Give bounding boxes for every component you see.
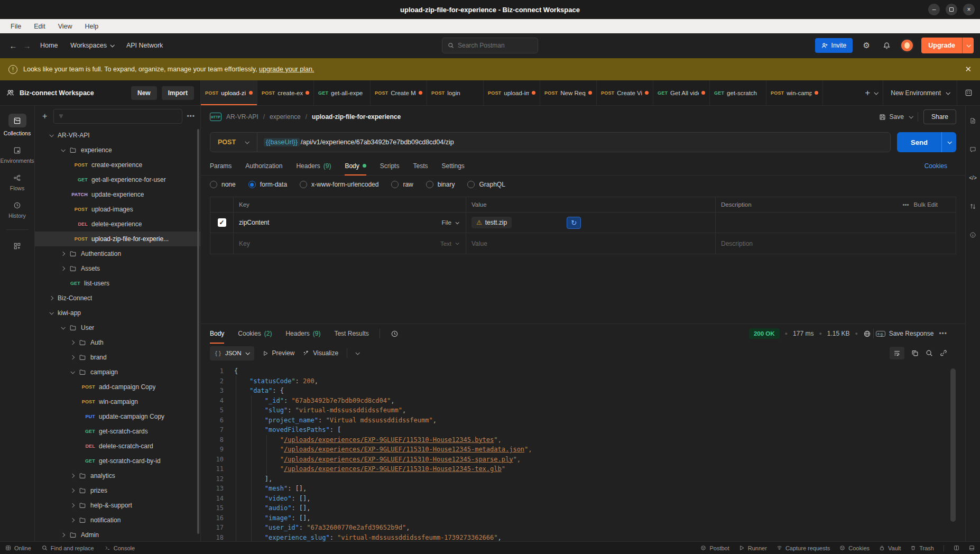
documentation-icon[interactable]: [967, 114, 979, 127]
toolbar-overflow-icon[interactable]: [356, 350, 360, 355]
open-request-tab[interactable]: GET get-scratch: [710, 80, 766, 105]
request-section-tab[interactable]: Authorization: [245, 156, 282, 175]
info-icon[interactable]: [967, 228, 979, 241]
connection-status[interactable]: Online: [5, 545, 31, 551]
send-dropdown[interactable]: [941, 132, 956, 152]
sidebar-filter[interactable]: [53, 109, 182, 124]
bulk-edit-button[interactable]: •••Bulk Edit: [903, 201, 950, 208]
tree-item[interactable]: brand: [35, 350, 200, 365]
banner-close-icon[interactable]: ✕: [965, 64, 972, 74]
tree-item[interactable]: experience: [35, 143, 200, 158]
tree-item[interactable]: DEL delete-experience: [35, 217, 200, 232]
tree-item[interactable]: DEL delete-scratch-card: [35, 439, 200, 454]
trash-button[interactable]: Trash: [910, 545, 934, 551]
link-icon[interactable]: [940, 349, 947, 357]
maximize-button[interactable]: [946, 4, 957, 15]
nav-api-network[interactable]: API Network: [120, 39, 169, 52]
tree-item[interactable]: prizes: [35, 483, 200, 498]
sidebar-filter-input[interactable]: [68, 113, 178, 120]
cookies-button[interactable]: Cookies: [839, 545, 870, 551]
sidebar-more-icon[interactable]: •••: [187, 113, 195, 120]
breadcrumb-collection[interactable]: AR-VR-API: [226, 113, 258, 121]
file-chip[interactable]: ⚠testt.zip: [471, 217, 512, 228]
console-toggle[interactable]: Console: [105, 545, 135, 551]
rail-flows[interactable]: Flows: [2, 169, 33, 195]
value-placeholder[interactable]: Value: [466, 233, 716, 254]
visualize-button[interactable]: Visualize: [303, 349, 338, 357]
response-size[interactable]: 1.15 KB: [827, 330, 850, 337]
tree-item[interactable]: PATCH update-experience: [35, 187, 200, 202]
vault-button[interactable]: Vault: [879, 545, 901, 551]
settings-gear-icon[interactable]: ⚙: [860, 39, 873, 52]
key-cell[interactable]: zipContent: [239, 219, 269, 226]
back-arrow-icon[interactable]: ←: [6, 39, 20, 52]
cookies-link[interactable]: Cookies: [924, 162, 947, 170]
open-request-tab[interactable]: POST New Requ: [540, 80, 597, 105]
environment-selector[interactable]: New Environment: [883, 80, 957, 105]
type-selector[interactable]: Text: [440, 241, 460, 247]
preview-button[interactable]: Preview: [263, 349, 295, 357]
tree-item[interactable]: Assets: [35, 261, 200, 276]
runner-button[interactable]: Runner: [739, 545, 767, 551]
body-mode-radio[interactable]: raw: [391, 181, 413, 188]
upgrade-dropdown[interactable]: [962, 38, 974, 53]
request-section-tab[interactable]: Headers (9): [296, 156, 331, 175]
menu-item[interactable]: Edit: [29, 21, 51, 32]
search-input[interactable]: [458, 42, 521, 49]
refresh-file-button[interactable]: ↻: [567, 217, 581, 229]
related-requests-icon[interactable]: [967, 200, 979, 213]
invite-button[interactable]: Invite: [815, 38, 853, 53]
request-section-tab[interactable]: Tests: [413, 156, 428, 175]
open-request-tab[interactable]: POST Create Vic: [597, 80, 653, 105]
find-and-replace[interactable]: Find and replace: [42, 545, 94, 551]
tree-item[interactable]: POST add-campaign Copy: [35, 380, 200, 394]
tree-item[interactable]: campaign: [35, 365, 200, 380]
body-mode-radio[interactable]: form-data: [248, 181, 287, 188]
tree-item[interactable]: User: [35, 320, 200, 335]
breadcrumb-folder[interactable]: experience: [270, 113, 301, 121]
response-section-tab[interactable]: Cookies (2): [238, 324, 272, 343]
response-section-tab[interactable]: Body: [210, 324, 224, 343]
tree-item[interactable]: GET get-scratch-card-by-id: [35, 454, 200, 468]
import-button[interactable]: Import: [162, 86, 194, 100]
tree-item[interactable]: Biz-Connect: [35, 291, 200, 306]
open-request-tab[interactable]: POST upload-im: [484, 80, 540, 105]
response-section-tab[interactable]: Test Results: [334, 324, 368, 343]
nav-home[interactable]: Home: [34, 39, 64, 52]
sidebar-scrollbar[interactable]: [197, 129, 199, 534]
base-url-variable[interactable]: {{baseUrl}}: [264, 138, 300, 146]
rail-history[interactable]: History: [2, 197, 33, 222]
avatar[interactable]: [900, 39, 914, 52]
response-scrollbar[interactable]: [950, 368, 956, 522]
request-title[interactable]: upload-zip-file-for-experience: [312, 113, 401, 121]
status-badge[interactable]: 200 OK: [749, 328, 780, 339]
response-body-json[interactable]: 1 { 2 "statusCode": 200, 3: [201, 363, 965, 541]
body-mode-radio[interactable]: x-www-form-urlencoded: [300, 181, 378, 188]
open-request-tab[interactable]: POST create-ex: [257, 80, 314, 105]
tree-item[interactable]: help-&-support: [35, 498, 200, 513]
send-button[interactable]: Send: [897, 132, 956, 152]
response-more-icon[interactable]: •••: [939, 330, 947, 337]
tree-item[interactable]: GET get-scratch-cards: [35, 424, 200, 439]
postbot-button[interactable]: Postbot: [700, 545, 729, 551]
tree-item[interactable]: Auth: [35, 335, 200, 350]
request-section-tab[interactable]: Settings: [441, 156, 464, 175]
bottom-panel-icon[interactable]: [969, 545, 975, 551]
rail-configure-icon[interactable]: [2, 237, 33, 254]
tree-item[interactable]: GET list-users: [35, 276, 200, 291]
global-search[interactable]: [442, 38, 538, 53]
capture-requests-button[interactable]: Capture requests: [776, 545, 830, 551]
method-selector[interactable]: POST: [210, 133, 257, 152]
response-section-tab[interactable]: Headers (9): [285, 324, 320, 343]
open-request-tab[interactable]: GET get-all-expe: [314, 80, 371, 105]
tree-item[interactable]: POST win-campaign: [35, 394, 200, 409]
rail-environments[interactable]: Environments: [2, 142, 33, 167]
response-history-icon[interactable]: [391, 330, 399, 338]
tree-item[interactable]: POST upload-images: [35, 202, 200, 217]
close-button[interactable]: ×: [963, 4, 975, 15]
tree-item[interactable]: GET get-all-experience-for-user: [35, 172, 200, 187]
code-snippet-icon[interactable]: </>: [967, 171, 979, 184]
format-selector[interactable]: { }JSON: [210, 346, 254, 361]
row-checkbox[interactable]: ✓: [218, 218, 226, 227]
tree-item[interactable]: AR-VR-API: [35, 128, 200, 143]
